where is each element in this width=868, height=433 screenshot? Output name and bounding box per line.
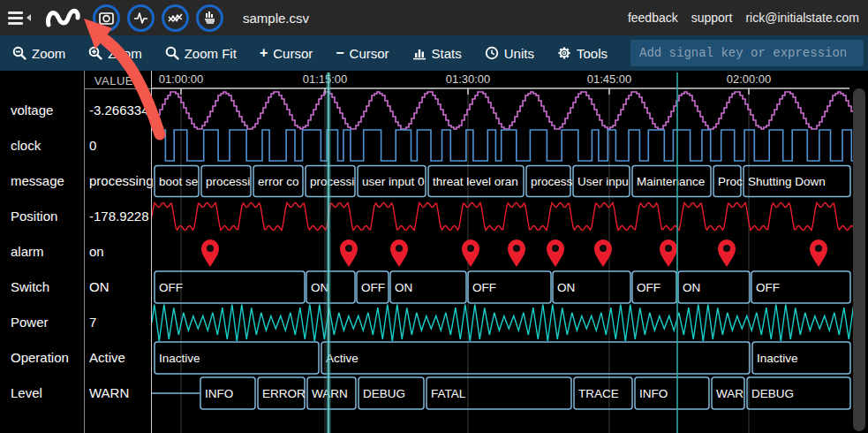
state-box[interactable]: FATAL xyxy=(426,377,571,409)
stats-button[interactable]: Stats xyxy=(412,46,462,61)
state-box[interactable]: Proc xyxy=(713,166,743,197)
signal-name-alarm[interactable]: alarm xyxy=(11,244,81,259)
state-label: OFF xyxy=(361,281,385,294)
signal-value-switch: ON xyxy=(89,279,153,294)
line-chart-icon[interactable] xyxy=(162,4,189,32)
signal-key-input[interactable] xyxy=(630,40,864,66)
signal-name-level[interactable]: Level xyxy=(11,385,81,400)
timeline-label: 01:00:00 xyxy=(159,72,204,86)
signal-name-message[interactable]: message xyxy=(11,173,81,188)
state-box[interactable]: Inactive xyxy=(752,342,850,374)
state-box[interactable]: ON xyxy=(678,271,750,303)
signal-name-power[interactable]: Power xyxy=(11,315,81,330)
state-label: Active xyxy=(326,352,359,365)
state-label: ON xyxy=(683,281,700,294)
pulse-icon[interactable] xyxy=(127,4,155,32)
signal-name-operation[interactable]: Operation xyxy=(11,350,81,365)
signal-name-voltage[interactable]: voltage xyxy=(11,103,81,118)
alarm-pin-icon[interactable] xyxy=(390,239,408,267)
state-box[interactable]: threat level oran xyxy=(428,166,524,197)
signal-name-switch[interactable]: Switch xyxy=(11,279,81,294)
state-label: Proc xyxy=(718,175,743,188)
vertical-scrollbar[interactable] xyxy=(853,88,865,431)
state-label: OFF xyxy=(756,281,780,294)
signal-name-clock[interactable]: clock xyxy=(11,138,81,153)
state-label: Shutting Down xyxy=(748,175,826,188)
account-email-link[interactable]: rick@initialstate.com xyxy=(745,11,859,25)
state-label: DEBUG xyxy=(363,387,405,400)
camera-icon[interactable] xyxy=(93,4,120,32)
state-label: OFF xyxy=(159,281,183,294)
signal-value-operation: Active xyxy=(89,350,153,365)
alarm-pin-icon[interactable] xyxy=(810,239,827,267)
alarm-pin-icon[interactable] xyxy=(547,239,564,267)
zoom-in-icon xyxy=(88,46,102,60)
hand-chart-icon[interactable] xyxy=(196,4,223,32)
app-logo-icon[interactable] xyxy=(45,6,80,29)
alarm-pin-icon[interactable] xyxy=(718,239,736,267)
state-box[interactable]: WAR xyxy=(712,377,744,409)
units-button[interactable]: Units xyxy=(485,46,534,61)
state-box[interactable]: Active xyxy=(321,342,750,374)
state-box[interactable]: user input 0 xyxy=(358,166,426,197)
signal-value-voltage: -3.266334 xyxy=(89,103,153,118)
feedback-link[interactable]: feedback xyxy=(628,11,678,25)
alarm-pin-icon[interactable] xyxy=(508,239,525,267)
state-box[interactable]: DEBUG xyxy=(747,377,850,409)
state-box[interactable]: processi xyxy=(201,166,251,197)
waveform-plot[interactable]: 01:00:0001:15:0001:30:0001:45:0002:00:00… xyxy=(152,71,868,433)
state-label: processi xyxy=(310,175,354,188)
state-box[interactable]: ERROR xyxy=(258,377,306,409)
state-box[interactable]: error co xyxy=(253,166,303,197)
signal-value-position: -178.9228 xyxy=(89,209,153,224)
alarm-pin-icon[interactable] xyxy=(340,239,358,267)
alarm-pin-icon[interactable] xyxy=(462,239,479,267)
state-box[interactable]: INFO xyxy=(635,377,709,409)
main-area: voltageclockmessagePositionalarmSwitchPo… xyxy=(0,71,868,433)
state-box[interactable]: OFF xyxy=(357,271,389,303)
state-label: OFF xyxy=(472,281,496,294)
state-box[interactable]: OFF xyxy=(751,271,850,303)
state-box[interactable]: OFF xyxy=(155,271,305,303)
state-box[interactable]: DEBUG xyxy=(359,377,424,409)
state-box[interactable]: TRACE xyxy=(574,377,632,409)
view-icon-row xyxy=(93,4,223,32)
state-label: ON xyxy=(395,281,412,294)
state-box[interactable]: User inpu xyxy=(573,166,630,197)
state-box[interactable]: Inactive xyxy=(155,342,319,374)
zoom-out-button[interactable]: Zoom xyxy=(12,46,65,61)
state-box[interactable]: OFF xyxy=(468,271,551,303)
file-title: sample.csv xyxy=(243,11,309,26)
state-box[interactable]: WARN xyxy=(307,377,356,409)
zoom-fit-icon xyxy=(165,46,179,60)
state-label: process xyxy=(531,175,573,188)
alarm-pin-icon[interactable] xyxy=(201,239,219,267)
menu-icon[interactable] xyxy=(8,11,31,25)
state-box[interactable]: boot se xyxy=(155,166,199,197)
state-box[interactable]: Maintenance xyxy=(632,166,711,197)
values-header: VALUES xyxy=(84,74,152,87)
state-box[interactable]: OFF xyxy=(632,271,676,303)
remove-cursor-button[interactable]: − Cursor xyxy=(336,46,389,61)
state-box[interactable]: ON xyxy=(553,271,630,303)
zoom-in-button[interactable]: Zoom xyxy=(88,46,141,61)
state-box[interactable]: ON xyxy=(390,271,466,303)
zoom-fit-button[interactable]: Zoom Fit xyxy=(165,46,237,61)
add-cursor-button[interactable]: + Cursor xyxy=(260,46,313,61)
support-link[interactable]: support xyxy=(691,11,733,25)
state-box[interactable]: process xyxy=(526,166,573,197)
state-label: TRACE xyxy=(578,387,619,400)
hamburger-bars xyxy=(8,11,23,25)
signal-name-position[interactable]: Position xyxy=(11,209,81,224)
tools-button[interactable]: Tools xyxy=(557,46,608,61)
account-links: feedback support rick@initialstate.com xyxy=(628,11,859,25)
state-label: INFO xyxy=(639,387,668,400)
top-bar: sample.csv feedback support rick@initial… xyxy=(0,0,868,35)
state-box[interactable]: Shutting Down xyxy=(743,166,850,197)
values-divider xyxy=(84,88,152,89)
signal-value-power: 7 xyxy=(89,315,153,330)
state-box[interactable]: INFO xyxy=(200,377,255,409)
state-label: ERROR xyxy=(262,387,306,400)
alarm-pin-icon[interactable] xyxy=(660,239,677,267)
collapse-arrow-icon xyxy=(26,14,31,21)
